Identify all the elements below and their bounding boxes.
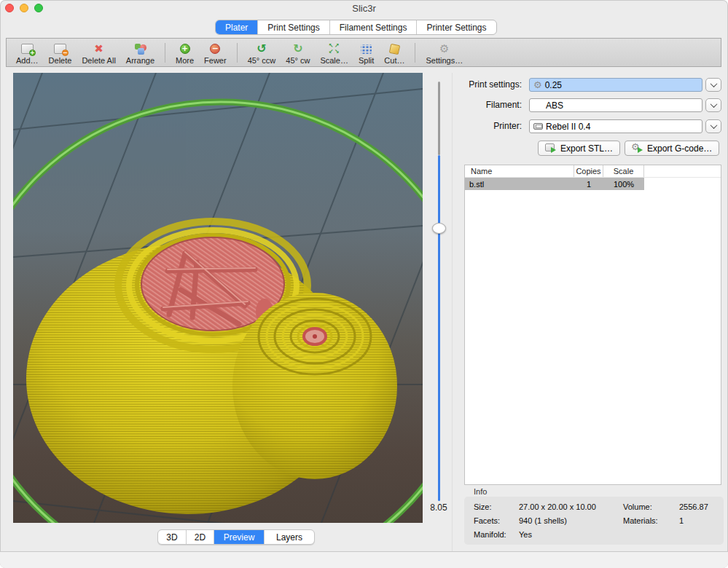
facets-value: 940 (1 shells) [519,516,567,525]
objects-table: Name Copies Scale b.stl 1 100% [464,165,721,485]
cell-name: b.stl [465,178,574,190]
tab-printer-settings[interactable]: Printer Settings [417,20,496,34]
status-bar [0,552,728,568]
facets-label: Facets: [474,516,500,525]
sliced-model-preview [13,73,423,523]
size-value: 27.00 x 20.00 x 10.00 [519,502,596,511]
slider-value: 8.05 [426,502,452,513]
column-header-scale[interactable]: Scale [603,165,644,177]
print-settings-value: 0.25 [545,80,562,90]
view-tab-2d[interactable]: 2D [187,530,214,544]
filament-dropdown-button[interactable] [705,98,721,112]
rotate-cw-icon: ↻ [293,42,302,55]
more-copies-icon: + [180,42,190,55]
manifold-label: Manifold: [474,530,506,539]
fewer-copies-icon: − [210,42,220,55]
gear-icon: ⚙ [533,80,542,90]
view-tab-preview[interactable]: Preview [214,530,265,544]
slider-track-upper[interactable] [438,82,440,155]
rotate-cw-button[interactable]: ↻ 45° cw [281,40,315,66]
rotate-ccw-button[interactable]: ↺ 45° ccw [243,40,281,66]
more-copies-button[interactable]: + More [171,40,199,66]
print-settings-dropdown-button[interactable] [705,78,721,92]
title-bar: Slic3r [0,0,728,16]
tab-filament-settings[interactable]: Filament Settings [330,20,418,34]
view-tab-layers[interactable]: Layers [265,530,314,544]
chevron-down-icon [710,80,717,87]
delete-object-icon: − [54,42,66,55]
settings-panel: Print settings: ⚙ 0.25 Filament: ABS Pri… [453,73,728,551]
info-panel: Size: 27.00 x 20.00 x 10.00 Volume: 2556… [464,497,724,545]
printer-dropdown-button[interactable] [705,119,721,133]
toolbar-separator [415,43,415,63]
split-button[interactable]: Split [353,40,379,66]
arrange-objects-icon [134,42,146,55]
layer-slider: 8.05 [424,73,453,523]
tab-print-settings[interactable]: Print Settings [258,20,329,34]
export-gcode-button[interactable]: ⚙ Export G-code… [625,141,719,156]
rotate-ccw-icon: ↺ [257,42,266,55]
cut-button[interactable]: Cut… [379,40,410,66]
toolbar-separator [165,43,165,63]
filament-combo[interactable]: ABS [529,98,702,112]
chevron-down-icon [710,122,717,129]
slider-thumb[interactable] [432,223,446,234]
printer-combo[interactable]: Rebel II 0.4 [529,119,702,133]
gear-icon: ⚙ [439,42,449,55]
3d-viewport[interactable] [13,73,423,523]
export-stl-icon [545,143,556,153]
main-tab-bar: Plater Print Settings Filament Settings … [215,20,497,35]
volume-label: Volume: [623,502,652,511]
split-object-icon [361,42,372,55]
add-button[interactable]: + Add… [11,40,44,66]
app-window: Slic3r Plater Print Settings Filament Se… [0,0,728,568]
tab-plater[interactable]: Plater [216,20,258,34]
view-tab-3d[interactable]: 3D [158,530,187,544]
column-header-empty [644,165,721,177]
printer-value: Rebel II 0.4 [546,122,590,132]
filament-label: Filament: [453,100,522,110]
fewer-copies-button[interactable]: − Fewer [199,40,232,66]
object-settings-button[interactable]: ⚙ Settings… [420,40,468,66]
plater-toolbar: + Add… − Delete ✖ Delete All Arrange + M… [6,38,721,67]
small-dome-object [232,293,397,479]
cell-copies: 1 [574,178,603,190]
column-header-name[interactable]: Name [465,165,574,177]
scale-arrows-icon: ↖↗↙↘ [329,42,340,55]
export-stl-button[interactable]: Export STL… [538,141,620,156]
column-header-copies[interactable]: Copies [574,165,603,177]
scale-button[interactable]: ↖↗↙↘ Scale… [315,40,353,66]
export-gcode-icon: ⚙ [632,143,643,153]
delete-button[interactable]: − Delete [44,40,77,66]
delete-all-icon: ✖ [94,42,103,55]
pane-divider [452,73,453,551]
slider-track-lower[interactable] [438,155,440,501]
toolbar-separator [237,43,238,63]
filament-icon-placeholder [533,105,543,106]
materials-label: Materials: [623,516,658,525]
arrange-button[interactable]: Arrange [121,40,160,66]
volume-value: 2556.87 [679,502,708,511]
objects-table-header: Name Copies Scale [465,165,721,178]
printer-label: Printer: [453,121,522,131]
info-section-title: Info [474,487,487,496]
print-settings-label: Print settings: [453,79,522,90]
cut-object-icon [390,42,399,55]
materials-value: 1 [679,516,684,525]
print-settings-combo[interactable]: ⚙ 0.25 [529,78,702,92]
delete-all-button[interactable]: ✖ Delete All [77,40,120,66]
printer-icon [533,123,543,130]
chevron-down-icon [710,100,717,108]
filament-value: ABS [546,100,563,111]
manifold-value: Yes [519,530,532,539]
view-mode-tabs: 3D 2D Preview Layers [157,529,315,545]
table-row[interactable]: b.stl 1 100% [465,178,644,190]
size-label: Size: [474,502,491,511]
cell-scale: 100% [603,178,644,190]
add-object-icon: + [21,42,34,55]
window-title: Slic3r [0,3,728,14]
